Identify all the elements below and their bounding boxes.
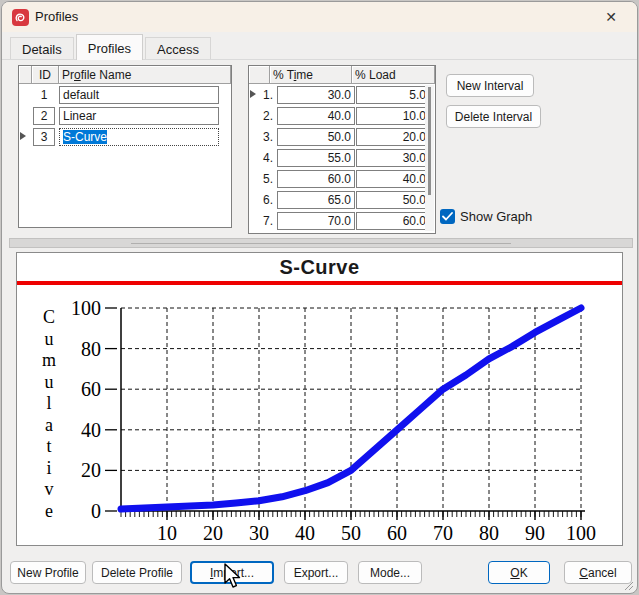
intervals-table-header: % Time % Load bbox=[249, 66, 435, 84]
delete-profile-button[interactable]: Delete Profile bbox=[92, 561, 182, 584]
interval-row: 7.70.060.0 bbox=[249, 210, 435, 231]
id-column-header: ID bbox=[32, 66, 59, 84]
load-input[interactable]: 30.0 bbox=[356, 149, 430, 167]
load-input[interactable]: 40.0 bbox=[356, 170, 430, 188]
profile-id: 3 bbox=[33, 128, 55, 146]
row-marker-cell bbox=[19, 84, 31, 105]
intervals-scrollbar[interactable] bbox=[425, 85, 434, 231]
time-input[interactable]: 30.0 bbox=[277, 86, 355, 104]
interval-row: 6.65.050.0 bbox=[249, 189, 435, 210]
interval-number: 3. bbox=[257, 130, 275, 144]
row-marker-cell bbox=[19, 126, 31, 147]
svg-text:40: 40 bbox=[81, 419, 101, 441]
svg-text:u: u bbox=[45, 372, 54, 392]
svg-text:70: 70 bbox=[433, 522, 453, 544]
ok-button[interactable]: OK bbox=[488, 561, 550, 584]
resize-grip[interactable] bbox=[623, 580, 634, 591]
time-input[interactable]: 60.0 bbox=[277, 170, 355, 188]
svg-text:60: 60 bbox=[387, 522, 407, 544]
interval-row: 5.60.040.0 bbox=[249, 168, 435, 189]
load-input[interactable]: 5.0 bbox=[356, 86, 430, 104]
interval-number: 5. bbox=[257, 172, 275, 186]
svg-text:e: e bbox=[45, 501, 53, 521]
profile-name-input[interactable]: default bbox=[59, 86, 219, 104]
interval-number: 1. bbox=[257, 88, 275, 102]
row-marker-cell bbox=[249, 84, 257, 105]
time-column-header: % Time bbox=[270, 66, 352, 84]
load-input[interactable]: 50.0 bbox=[356, 191, 430, 209]
row-marker-cell bbox=[249, 210, 257, 231]
window-title: Profiles bbox=[35, 2, 78, 32]
selected-text: S-Curve bbox=[63, 130, 107, 144]
svg-text:20: 20 bbox=[81, 459, 101, 481]
splitter-grip bbox=[131, 243, 511, 244]
svg-text:60: 60 bbox=[81, 378, 101, 400]
svg-text:100: 100 bbox=[71, 297, 101, 319]
interval-row: 3.50.020.0 bbox=[249, 126, 435, 147]
interval-row: 1.30.05.0 bbox=[249, 84, 435, 105]
profile-row: 1 default bbox=[19, 84, 231, 105]
profile-id: 2 bbox=[33, 107, 55, 125]
svg-text:0: 0 bbox=[91, 500, 101, 522]
profile-chart: 102030405060708090100020406080100Cumulat… bbox=[17, 253, 622, 545]
row-marker-cell bbox=[249, 168, 257, 189]
svg-text:a: a bbox=[45, 415, 53, 435]
load-input[interactable]: 20.0 bbox=[356, 128, 430, 146]
graph-panel: 102030405060708090100020406080100Cumulat… bbox=[16, 252, 623, 546]
row-marker-cell bbox=[249, 189, 257, 210]
time-input[interactable]: 65.0 bbox=[277, 191, 355, 209]
tab-details[interactable]: Details bbox=[10, 37, 74, 60]
checkbox-checked-icon[interactable] bbox=[440, 209, 455, 224]
profile-id: 1 bbox=[33, 86, 55, 104]
svg-text:l: l bbox=[46, 393, 51, 413]
interval-number: 4. bbox=[257, 151, 275, 165]
profile-row-selected: 3 S-Curve bbox=[19, 126, 231, 147]
intervals-table: % Time % Load 1.30.05.02.40.010.03.50.02… bbox=[248, 65, 436, 234]
row-marker-cell bbox=[249, 105, 257, 126]
close-icon[interactable]: ✕ bbox=[591, 2, 631, 32]
title-bar: Profiles ✕ bbox=[2, 2, 637, 32]
load-input[interactable]: 60.0 bbox=[356, 212, 430, 230]
title-rule bbox=[17, 281, 622, 285]
profiles-table: ID Profile Name 1 default 2 Linear 3 S-C… bbox=[18, 65, 232, 228]
show-graph-checkbox[interactable]: Show Graph bbox=[440, 209, 532, 224]
horizontal-splitter[interactable] bbox=[9, 238, 633, 248]
marker-header-cell bbox=[249, 66, 270, 84]
svg-text:100: 100 bbox=[566, 522, 596, 544]
cancel-button[interactable]: Cancel bbox=[564, 561, 632, 584]
svg-text:i: i bbox=[46, 458, 51, 478]
time-input[interactable]: 70.0 bbox=[277, 212, 355, 230]
svg-text:80: 80 bbox=[479, 522, 499, 544]
scrollbar-thumb[interactable] bbox=[428, 87, 431, 195]
load-input[interactable]: 10.0 bbox=[356, 107, 430, 125]
marker-header-cell bbox=[19, 66, 32, 84]
delete-interval-button[interactable]: Delete Interval bbox=[446, 105, 541, 128]
app-logo-icon bbox=[12, 9, 29, 26]
svg-text:u: u bbox=[45, 329, 54, 349]
svg-text:v: v bbox=[45, 479, 54, 499]
row-marker-cell bbox=[249, 126, 257, 147]
svg-text:30: 30 bbox=[249, 522, 269, 544]
tab-profiles[interactable]: Profiles bbox=[76, 34, 143, 60]
current-row-icon bbox=[20, 132, 26, 140]
time-input[interactable]: 55.0 bbox=[277, 149, 355, 167]
svg-text:10: 10 bbox=[157, 522, 177, 544]
row-marker-cell bbox=[19, 105, 31, 126]
time-input[interactable]: 40.0 bbox=[277, 107, 355, 125]
profile-row: 2 Linear bbox=[19, 105, 231, 126]
svg-text:90: 90 bbox=[525, 522, 545, 544]
profile-name-input[interactable]: S-Curve bbox=[59, 128, 219, 146]
load-column-header: % Load bbox=[352, 66, 435, 84]
profiles-dialog: Profiles ✕ Details Profiles Access ID Pr… bbox=[1, 1, 638, 594]
svg-text:40: 40 bbox=[295, 522, 315, 544]
new-interval-button[interactable]: New Interval bbox=[446, 74, 534, 97]
profile-name-input[interactable]: Linear bbox=[59, 107, 219, 125]
profiles-table-header: ID Profile Name bbox=[19, 66, 231, 84]
export-button[interactable]: Export... bbox=[284, 561, 348, 584]
time-input[interactable]: 50.0 bbox=[277, 128, 355, 146]
mode-button[interactable]: Mode... bbox=[358, 561, 422, 584]
new-profile-button[interactable]: New Profile bbox=[10, 561, 86, 584]
tab-access[interactable]: Access bbox=[145, 37, 211, 60]
show-graph-label: Show Graph bbox=[460, 209, 532, 224]
svg-text:t: t bbox=[46, 436, 51, 456]
